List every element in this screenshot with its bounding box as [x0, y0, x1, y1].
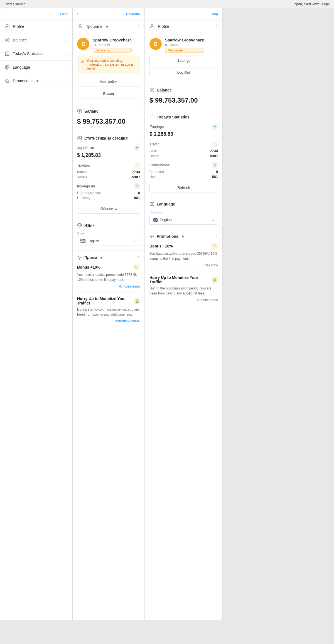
- col3-section-profile-header[interactable]: Profile ⌃: [145, 20, 222, 33]
- col2-promo1-desc: You have an active promo code 357SHU 10%…: [77, 272, 140, 282]
- promotions-dot-badge: [36, 80, 38, 82]
- col3-promo1-link[interactable]: Use Now: [149, 263, 218, 267]
- col2-conversions-label: Конверсии: [77, 184, 95, 188]
- col1-help-link[interactable]: Help: [60, 12, 68, 16]
- col2-lang-chevron-up-icon: ⌃: [137, 223, 140, 227]
- top-bar-right: open, fixed width 280px: [294, 2, 330, 6]
- col3-lang-icon: [149, 202, 154, 207]
- col2-earnings-value: $ 1,285.83: [77, 152, 140, 158]
- col2-promo2-link[interactable]: Монетизировать: [77, 319, 140, 323]
- col3-profile-info: Sparrow Groovehaze ID 1568899 Webmaster: [165, 38, 204, 53]
- col3-earnings-row: Earnings ● $ 1,285.83: [149, 123, 218, 137]
- col3-stats-header: Today's Statistics ⌃: [149, 115, 218, 120]
- col2-clicks-value: 7734: [132, 170, 140, 174]
- col3-chevron-right-icon: ›: [149, 12, 151, 16]
- col3-lang-title: Language: [157, 202, 175, 206]
- col2-lang-title: Язык: [84, 223, 94, 227]
- col2-promo1-title: Bonus +10%: [77, 265, 100, 269]
- col3-role-badge: Webmaster: [165, 48, 204, 53]
- col3-avatar: S: [149, 38, 162, 50]
- col2-stats-icon: [77, 136, 82, 141]
- col3-promo2-link[interactable]: Monetize Now: [149, 298, 218, 302]
- col2-promo-title: Промо: [84, 255, 97, 260]
- col2-balance-header: Баланс ⌃: [77, 109, 140, 114]
- col3-lang-select[interactable]: 🇬🇧 English ⌄: [149, 215, 218, 225]
- col3-balance-title: Balance: [157, 88, 172, 92]
- col3-stats-section: Today's Statistics ⌃ Earnings ● $ 1,285.…: [145, 110, 222, 197]
- col3-hold-label: Hold:: [149, 175, 157, 179]
- col2-role-badge: Вебмастер: [93, 48, 132, 53]
- col2-section-profile-header[interactable]: Профиль ⌃: [73, 20, 144, 33]
- col1-section-balance[interactable]: Balance ⌄: [0, 33, 72, 47]
- col2-balance-amount: $ 99.753.357.00: [77, 118, 140, 125]
- col3-promo2-icon: 🔔: [211, 276, 218, 283]
- col3-lang-chevron-up-icon: ⌃: [215, 202, 218, 206]
- col2-promo2-title: Hurry Up to Monetize Your Traffic!: [77, 296, 134, 305]
- col3-profile-name: Sparrow Groovehaze: [165, 38, 204, 42]
- col3-lang-chevron-icon: ⌄: [212, 218, 215, 222]
- col3-clicks-label: Clicks:: [149, 149, 159, 153]
- col2-flag-icon: 🇬🇧: [80, 238, 86, 244]
- col2-lang-value: English: [87, 239, 99, 243]
- col3-logout-button[interactable]: Log Out: [149, 68, 218, 77]
- col2-chevron-right-icon: ›: [77, 12, 78, 16]
- col2-lang-chevron-icon: ⌄: [134, 239, 137, 243]
- col2-refresh-button[interactable]: Обновить: [77, 204, 140, 214]
- col1-sidebar: › Help Profile ⌄ Balanc: [0, 8, 72, 620]
- col2-settings-button[interactable]: Настройки: [77, 77, 140, 86]
- col2-stats-header: Статистика за сегодня ⌃: [77, 136, 140, 141]
- col3-lang-value: English: [160, 218, 172, 222]
- col2-promo2-desc: During the no-commission period, you are…: [77, 307, 140, 317]
- svg-point-4: [79, 24, 81, 27]
- col3-approved-value: 0: [216, 170, 218, 174]
- col3-refresh-button[interactable]: Refresh: [149, 183, 218, 192]
- col2-traffic-row: Трафик ↑ Клики: 7734 Хосты: 5907: [77, 162, 140, 179]
- col2-stats-title: Статистика за сегодня: [84, 136, 128, 140]
- col3-flag-icon: 🇬🇧: [153, 217, 158, 222]
- col3-promo-icon: [149, 234, 154, 239]
- col2-help-link[interactable]: Помощь: [126, 12, 140, 16]
- col3-promo-title: Promotions: [157, 234, 178, 239]
- col3-promo1-title: Bonus +10%: [149, 244, 173, 248]
- col3-hold-value: 861: [212, 175, 218, 179]
- col1-language-label: Language: [13, 65, 30, 70]
- col3-lang-sublabel: Language: [149, 210, 218, 214]
- col3-settings-button[interactable]: Settings: [149, 56, 218, 65]
- col3-approved-label: Approved:: [149, 170, 165, 174]
- col1-section-profile[interactable]: Profile ⌄: [0, 20, 72, 33]
- col2-promo1-icon: %: [133, 264, 140, 271]
- col2-promo-card-1: Bonus +10% % You have an active promo co…: [77, 264, 140, 293]
- col1-section-language-left: Language: [4, 65, 30, 70]
- col1-section-language[interactable]: Language ⌄: [0, 61, 72, 74]
- col1-balance-chevron-icon: ⌄: [65, 38, 68, 42]
- col3-promo1-desc: You have an active promo code 357SHU 10%…: [149, 251, 218, 261]
- col2-avatar: S: [77, 38, 89, 50]
- col2-section-profile-left: Профиль: [77, 24, 108, 29]
- col3-stats-title: Today's Statistics: [157, 115, 189, 119]
- col1-balance-label: Balance: [13, 38, 27, 42]
- col3-profile-chevron-up-icon: ⌃: [215, 24, 218, 28]
- col3-promo1-icon: %: [211, 243, 218, 249]
- col2-hosts-value: 5907: [132, 175, 140, 179]
- col2-lang-select[interactable]: 🇬🇧 English ⌄: [77, 236, 140, 246]
- col3-hosts-label: Hosts:: [149, 154, 159, 158]
- col3-profile-card: S Sparrow Groovehaze ID 1568899 Webmaste…: [149, 38, 218, 53]
- col1-section-stats[interactable]: Today's Statistics ⌄: [0, 47, 72, 61]
- col2-approved-value: 0: [138, 191, 140, 195]
- col3-earnings-label: Earnings: [149, 125, 164, 129]
- col2-profile-id: ID 1568899: [93, 43, 132, 47]
- col2-traffic-label: Трафик: [77, 163, 90, 167]
- language-icon: [4, 65, 10, 70]
- col2-promo-header: Промо ⌃: [77, 255, 140, 260]
- col2-logout-button[interactable]: Выход: [77, 89, 140, 98]
- col3-conversions-icon: ⊕: [212, 162, 218, 168]
- col3-balance-section: Balance ⌃ $ 99.753.357.00: [145, 82, 222, 110]
- col1-section-stats-left: Today's Statistics: [4, 51, 43, 56]
- col2-promo1-link[interactable]: Использовать: [77, 284, 140, 288]
- col3-help-link[interactable]: Help: [210, 12, 218, 16]
- top-bar-left: Right Sidebar: [4, 2, 25, 6]
- col3-balance-amount: $ 99.753.357.00: [149, 96, 218, 104]
- col3-promo2-desc: During the no-commission period, you are…: [149, 286, 218, 296]
- col1-section-promotions[interactable]: Promotions ⌄: [0, 74, 72, 88]
- profile-icon: [4, 24, 10, 29]
